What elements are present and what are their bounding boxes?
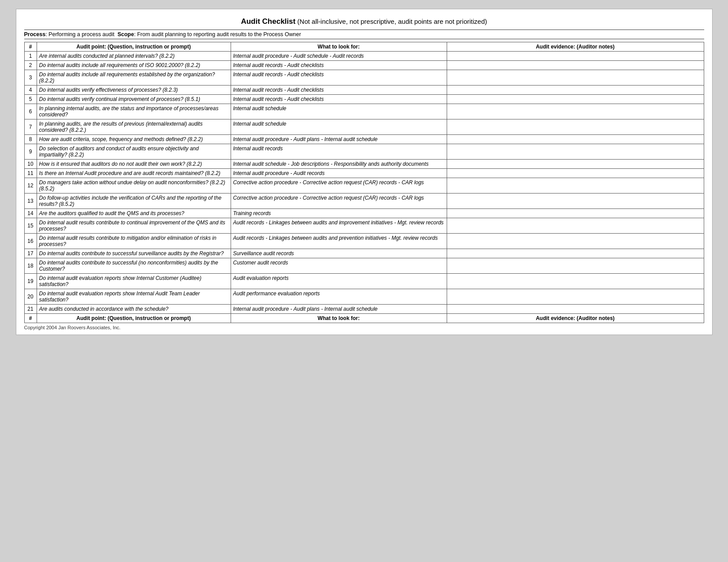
row-evidence [447, 274, 704, 289]
row-num: 20 [24, 289, 37, 305]
row-question: How is it ensured that auditors do no no… [37, 160, 231, 169]
row-evidence [447, 169, 704, 178]
row-what: Customer audit records [231, 258, 447, 274]
row-evidence [447, 52, 704, 61]
row-evidence [447, 305, 704, 314]
row-num: 12 [24, 178, 37, 194]
process-label: Process [24, 31, 46, 37]
row-question: Do selection of auditors and conduct of … [37, 144, 231, 160]
scope-label: Scope [117, 31, 134, 37]
row-num: 17 [24, 249, 37, 258]
footer-num: # [24, 314, 37, 323]
row-num: 5 [24, 95, 37, 104]
row-question: Do internal audit results contribute to … [37, 218, 231, 234]
row-evidence [447, 258, 704, 274]
scope-line: Process: Performing a process audit Scop… [24, 30, 704, 39]
row-what: Corrective action procedure - Corrective… [231, 178, 447, 194]
row-question: Do internal audit results contribute to … [37, 234, 231, 249]
row-question: Do internal audit evaluation reports sho… [37, 274, 231, 289]
row-what: Audit performance evaluation reports [231, 289, 447, 305]
row-what: Internal audit records - Audit checklist… [231, 95, 447, 104]
audit-table: # Audit point: (Question, instruction or… [24, 42, 704, 323]
row-question: Do internal audits include all requireme… [37, 70, 231, 86]
table-row: 2Do internal audits include all requirem… [24, 61, 704, 70]
table-row: 12Do managers take action without undue … [24, 178, 704, 194]
table-row: 19Do internal audit evaluation reports s… [24, 274, 704, 289]
row-question: Do internal audits include all requireme… [37, 61, 231, 70]
table-row: 6In planning internal audits, are the st… [24, 104, 704, 119]
table-row: 7In planning audits, are the results of … [24, 119, 704, 135]
row-evidence [447, 234, 704, 249]
row-evidence [447, 144, 704, 160]
row-num: 18 [24, 258, 37, 274]
row-question: In planning audits, are the results of p… [37, 119, 231, 135]
row-what: Internal audit records - Audit checklist… [231, 61, 447, 70]
row-what: Audit records - Linkages between audits … [231, 218, 447, 234]
table-row: 14Are the auditors qualified to audit th… [24, 209, 704, 218]
row-what: Audit evaluation reports [231, 274, 447, 289]
row-num: 2 [24, 61, 37, 70]
table-row: 1Are internal audits conducted at planne… [24, 52, 704, 61]
row-what: Internal audit records [231, 144, 447, 160]
row-num: 4 [24, 86, 37, 95]
row-num: 14 [24, 209, 37, 218]
process-text: : Performing a process audit [45, 31, 114, 37]
row-num: 10 [24, 160, 37, 169]
row-evidence [447, 86, 704, 95]
row-num: 6 [24, 104, 37, 119]
row-evidence [447, 218, 704, 234]
row-num: 16 [24, 234, 37, 249]
row-what: Internal audit schedule [231, 104, 447, 119]
row-question: How are audit criteria, scope, frequency… [37, 135, 231, 144]
row-evidence [447, 119, 704, 135]
footer-question: Audit point: (Question, instruction or p… [37, 314, 231, 323]
row-evidence [447, 160, 704, 169]
row-what: Internal audit procedure - Audit plans -… [231, 135, 447, 144]
header-num: # [24, 42, 37, 52]
row-num: 21 [24, 305, 37, 314]
header-question: Audit point: (Question, instruction or p… [37, 42, 231, 52]
row-question: Do internal audits verify effectiveness … [37, 86, 231, 95]
table-row: 4Do internal audits verify effectiveness… [24, 86, 704, 95]
table-row: 20Do internal audit evaluation reports s… [24, 289, 704, 305]
row-what: Internal audit records - Audit checklist… [231, 86, 447, 95]
row-num: 9 [24, 144, 37, 160]
table-row: 5Do internal audits verify continual imp… [24, 95, 704, 104]
row-what: Audit records - Linkages between audits … [231, 234, 447, 249]
row-what: Internal audit schedule - Job descriptio… [231, 160, 447, 169]
row-question: Are internal audits conducted at planned… [37, 52, 231, 61]
table-row: 21Are audits conducted in accordance wit… [24, 305, 704, 314]
row-num: 13 [24, 194, 37, 209]
row-evidence [447, 95, 704, 104]
footer-evidence: Audit evidence: (Auditor notes) [447, 314, 704, 323]
table-row: 8How are audit criteria, scope, frequenc… [24, 135, 704, 144]
table-row: 11Is there an Internal Audit procedure a… [24, 169, 704, 178]
row-question: Are audits conducted in accordance with … [37, 305, 231, 314]
row-evidence [447, 194, 704, 209]
header-what: What to look for: [231, 42, 447, 52]
row-what: Internal audit schedule [231, 119, 447, 135]
table-header: # Audit point: (Question, instruction or… [24, 42, 704, 52]
row-question: Do internal audits contribute to success… [37, 258, 231, 274]
row-evidence [447, 70, 704, 86]
row-what: Training records [231, 209, 447, 218]
header-evidence: Audit evidence: (Auditor notes) [447, 42, 704, 52]
title-bold: Audit Checklist [241, 17, 295, 26]
table-row: 10How is it ensured that auditors do no … [24, 160, 704, 169]
row-question: Do internal audit evaluation reports sho… [37, 289, 231, 305]
table-row: 17Do internal audits contribute to succe… [24, 249, 704, 258]
table-row: 18Do internal audits contribute to succe… [24, 258, 704, 274]
table-row: 13Do follow-up activities include the ve… [24, 194, 704, 209]
row-what: Internal audit procedure - Audit schedul… [231, 52, 447, 61]
row-num: 11 [24, 169, 37, 178]
row-question: Do managers take action without undue de… [37, 178, 231, 194]
row-evidence [447, 289, 704, 305]
row-num: 1 [24, 52, 37, 61]
table-row: 15Do internal audit results contribute t… [24, 218, 704, 234]
row-what: Internal audit procedure - Audit plans -… [231, 305, 447, 314]
row-evidence [447, 209, 704, 218]
row-num: 15 [24, 218, 37, 234]
copyright: Copyright 2004 Jan Roovers Associates, I… [24, 325, 704, 330]
row-what: Internal audit procedure - Audit records [231, 169, 447, 178]
row-num: 19 [24, 274, 37, 289]
